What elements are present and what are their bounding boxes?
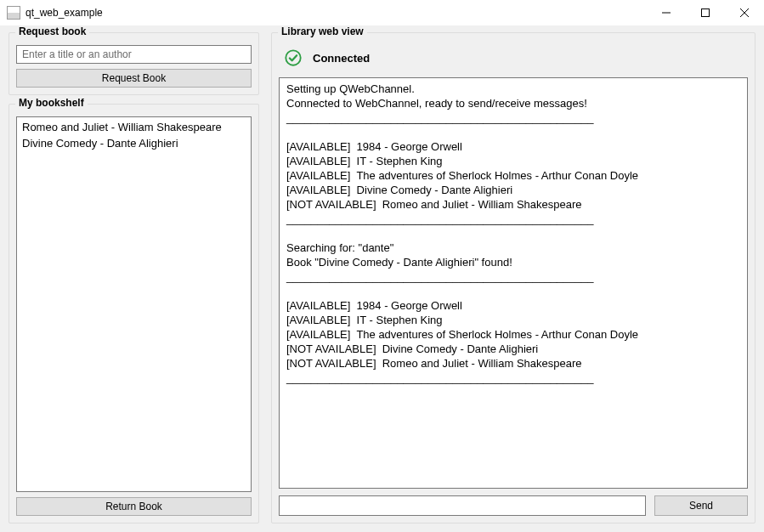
send-input[interactable] xyxy=(279,495,646,516)
svg-rect-0 xyxy=(702,8,710,16)
library-web-view-group: Library web view Connected Setting up QW… xyxy=(271,32,756,524)
my-bookshelf-group: My bookshelf Romeo and Juliet - William … xyxy=(8,104,259,524)
list-item[interactable]: Divine Comedy - Dante Alighieri xyxy=(20,135,247,151)
library-web-view-legend: Library web view xyxy=(278,25,367,37)
minimize-icon xyxy=(662,8,671,17)
request-title-input[interactable] xyxy=(16,45,252,64)
maximize-button[interactable] xyxy=(686,0,725,25)
bookshelf-list[interactable]: Romeo and Juliet - William ShakespeareDi… xyxy=(16,116,252,492)
request-book-button[interactable]: Request Book xyxy=(16,69,252,88)
list-item[interactable]: Romeo and Juliet - William Shakespeare xyxy=(20,119,247,135)
right-column: Library web view Connected Setting up QW… xyxy=(271,32,756,524)
send-row: Send xyxy=(279,495,748,516)
library-console[interactable]: Setting up QWebChannel. Connected to Web… xyxy=(279,77,748,489)
close-button[interactable] xyxy=(725,0,764,25)
client-area: Request book Request Book My bookshelf R… xyxy=(0,25,764,532)
maximize-icon xyxy=(701,8,710,17)
request-book-group: Request book Request Book xyxy=(8,32,259,95)
minimize-button[interactable] xyxy=(647,0,686,25)
connected-check-icon xyxy=(284,48,303,67)
connection-status-text: Connected xyxy=(313,52,370,65)
request-book-legend: Request book xyxy=(15,25,89,37)
left-column: Request book Request Book My bookshelf R… xyxy=(8,32,259,524)
svg-point-1 xyxy=(286,50,300,65)
window-titlebar: qt_web_example xyxy=(0,0,764,25)
window-title: qt_web_example xyxy=(25,7,103,19)
connection-status-row: Connected xyxy=(279,45,748,77)
return-book-button[interactable]: Return Book xyxy=(16,497,252,516)
app-icon xyxy=(7,6,20,20)
my-bookshelf-legend: My bookshelf xyxy=(15,97,88,109)
close-icon xyxy=(740,8,749,17)
send-button[interactable]: Send xyxy=(654,495,748,516)
